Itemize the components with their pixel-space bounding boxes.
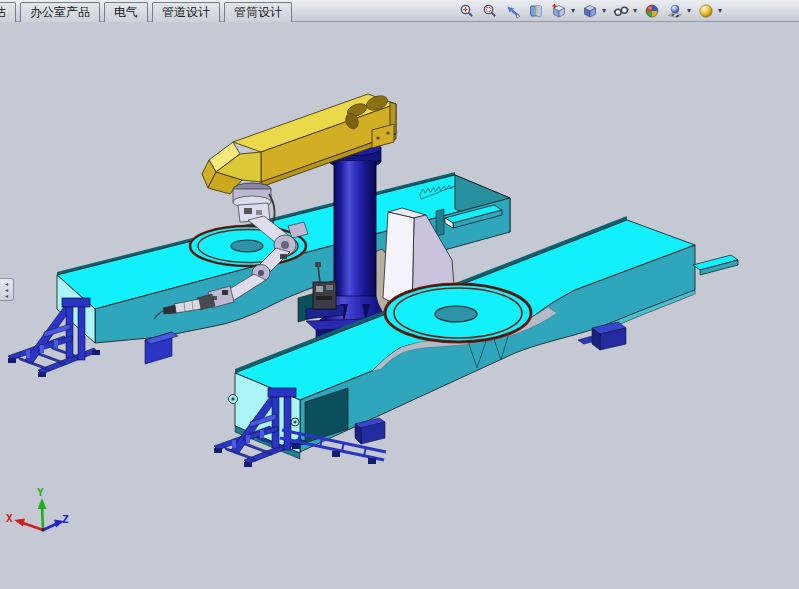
triad-x-label: X — [6, 512, 13, 525]
collapse-arrow-icon: ◂ — [5, 293, 8, 299]
triad-y-label: Y — [37, 486, 44, 499]
triad-z-label: Z — [62, 513, 69, 526]
tab-office-products[interactable]: 办公室产品 — [20, 2, 100, 22]
edit-appearance-icon[interactable] — [643, 2, 661, 20]
front-turntable-ring[interactable] — [385, 284, 531, 342]
solidworks-window: 估 办公室产品 电气 管道设计 管筒设计 — [0, 0, 799, 589]
view-settings-dropdown-icon[interactable]: ▾ — [718, 7, 722, 15]
orientation-triad: Y X Z — [6, 486, 69, 532]
view-orientation-icon[interactable] — [550, 2, 568, 20]
tab-piping-design[interactable]: 管道设计 — [152, 2, 220, 22]
tab-electrical[interactable]: 电气 — [104, 2, 148, 22]
view-settings-icon[interactable] — [697, 2, 715, 20]
3d-model-view[interactable]: Y X Z — [0, 22, 799, 589]
zoom-to-area-icon[interactable] — [481, 2, 499, 20]
front-beam-end-plate[interactable] — [693, 255, 738, 275]
command-manager-toolbar: 估 办公室产品 电气 管道设计 管筒设计 — [0, 0, 799, 22]
heads-up-view-toolbar: ▾ ▾ ▾ — [458, 2, 723, 20]
display-style-dropdown-icon[interactable]: ▾ — [602, 7, 606, 15]
tab-tubing-design[interactable]: 管筒设计 — [224, 2, 292, 22]
apply-scene-icon[interactable] — [666, 2, 684, 20]
display-style-icon[interactable] — [581, 2, 599, 20]
apply-scene-dropdown-icon[interactable]: ▾ — [687, 7, 691, 15]
hide-show-items-icon[interactable] — [612, 2, 630, 20]
hide-show-dropdown-icon[interactable]: ▾ — [633, 7, 637, 15]
previous-view-icon[interactable] — [504, 2, 522, 20]
section-view-icon[interactable] — [527, 2, 545, 20]
command-tabs: 估 办公室产品 电气 管道设计 管筒设计 — [0, 0, 292, 22]
zoom-to-fit-icon[interactable] — [458, 2, 476, 20]
feature-panel-collapse-control[interactable]: ◂ ◂ ◂ — [0, 278, 14, 301]
graphics-area[interactable]: Y X Z ◂ ◂ ◂ — [0, 22, 799, 589]
tab-evaluate-partial[interactable]: 估 — [0, 2, 16, 22]
view-orientation-dropdown-icon[interactable]: ▾ — [571, 7, 575, 15]
